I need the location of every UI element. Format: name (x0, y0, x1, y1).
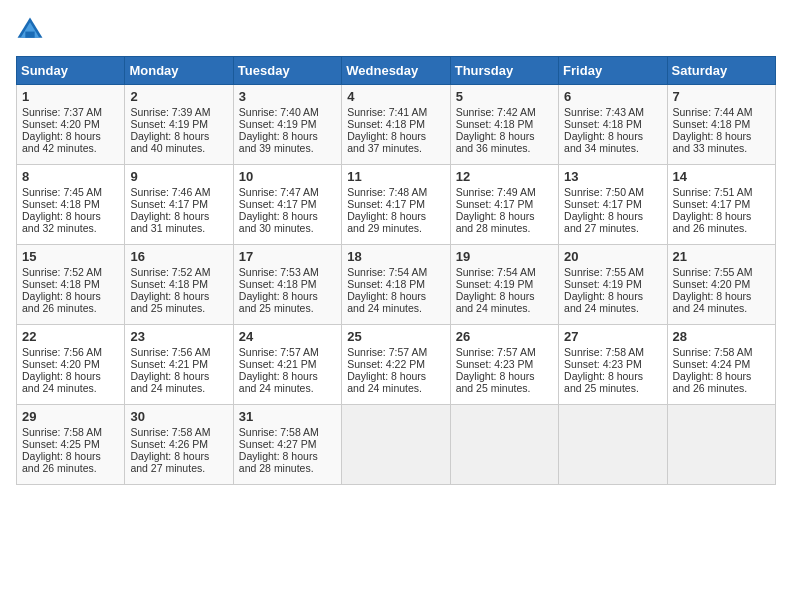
daylight: Daylight: 8 hours and 42 minutes. (22, 130, 101, 154)
calendar-cell (667, 405, 775, 485)
daylight: Daylight: 8 hours and 31 minutes. (130, 210, 209, 234)
daylight: Daylight: 8 hours and 37 minutes. (347, 130, 426, 154)
sunset: Sunset: 4:19 PM (239, 118, 317, 130)
sunset: Sunset: 4:20 PM (673, 278, 751, 290)
calendar-cell: 28Sunrise: 7:58 AMSunset: 4:24 PMDayligh… (667, 325, 775, 405)
sunrise: Sunrise: 7:57 AM (239, 346, 319, 358)
sunset: Sunset: 4:18 PM (22, 198, 100, 210)
sunrise: Sunrise: 7:58 AM (22, 426, 102, 438)
daylight: Daylight: 8 hours and 27 minutes. (564, 210, 643, 234)
sunset: Sunset: 4:23 PM (564, 358, 642, 370)
calendar-cell: 2Sunrise: 7:39 AMSunset: 4:19 PMDaylight… (125, 85, 233, 165)
weekday-header-monday: Monday (125, 57, 233, 85)
week-row-5: 29Sunrise: 7:58 AMSunset: 4:25 PMDayligh… (17, 405, 776, 485)
sunset: Sunset: 4:19 PM (456, 278, 534, 290)
calendar-cell: 7Sunrise: 7:44 AMSunset: 4:18 PMDaylight… (667, 85, 775, 165)
day-number: 31 (239, 409, 336, 424)
calendar-cell: 21Sunrise: 7:55 AMSunset: 4:20 PMDayligh… (667, 245, 775, 325)
daylight: Daylight: 8 hours and 24 minutes. (22, 370, 101, 394)
logo-icon (16, 16, 44, 44)
calendar-cell: 10Sunrise: 7:47 AMSunset: 4:17 PMDayligh… (233, 165, 341, 245)
sunrise: Sunrise: 7:55 AM (673, 266, 753, 278)
calendar-cell: 16Sunrise: 7:52 AMSunset: 4:18 PMDayligh… (125, 245, 233, 325)
calendar-cell: 31Sunrise: 7:58 AMSunset: 4:27 PMDayligh… (233, 405, 341, 485)
weekday-header-sunday: Sunday (17, 57, 125, 85)
day-number: 13 (564, 169, 661, 184)
sunrise: Sunrise: 7:56 AM (130, 346, 210, 358)
sunrise: Sunrise: 7:39 AM (130, 106, 210, 118)
calendar-cell: 1Sunrise: 7:37 AMSunset: 4:20 PMDaylight… (17, 85, 125, 165)
calendar-cell: 4Sunrise: 7:41 AMSunset: 4:18 PMDaylight… (342, 85, 450, 165)
day-number: 19 (456, 249, 553, 264)
sunset: Sunset: 4:27 PM (239, 438, 317, 450)
sunset: Sunset: 4:24 PM (673, 358, 751, 370)
daylight: Daylight: 8 hours and 40 minutes. (130, 130, 209, 154)
calendar-cell (342, 405, 450, 485)
sunrise: Sunrise: 7:52 AM (22, 266, 102, 278)
sunrise: Sunrise: 7:37 AM (22, 106, 102, 118)
sunset: Sunset: 4:18 PM (564, 118, 642, 130)
sunset: Sunset: 4:20 PM (22, 358, 100, 370)
day-number: 20 (564, 249, 661, 264)
day-number: 1 (22, 89, 119, 104)
calendar-cell: 27Sunrise: 7:58 AMSunset: 4:23 PMDayligh… (559, 325, 667, 405)
sunset: Sunset: 4:17 PM (456, 198, 534, 210)
daylight: Daylight: 8 hours and 26 minutes. (673, 370, 752, 394)
daylight: Daylight: 8 hours and 24 minutes. (130, 370, 209, 394)
daylight: Daylight: 8 hours and 25 minutes. (239, 290, 318, 314)
sunset: Sunset: 4:18 PM (239, 278, 317, 290)
sunset: Sunset: 4:17 PM (347, 198, 425, 210)
calendar-cell (559, 405, 667, 485)
day-number: 24 (239, 329, 336, 344)
calendar-cell: 11Sunrise: 7:48 AMSunset: 4:17 PMDayligh… (342, 165, 450, 245)
sunrise: Sunrise: 7:47 AM (239, 186, 319, 198)
daylight: Daylight: 8 hours and 29 minutes. (347, 210, 426, 234)
sunrise: Sunrise: 7:41 AM (347, 106, 427, 118)
sunrise: Sunrise: 7:53 AM (239, 266, 319, 278)
sunset: Sunset: 4:21 PM (239, 358, 317, 370)
day-number: 26 (456, 329, 553, 344)
daylight: Daylight: 8 hours and 27 minutes. (130, 450, 209, 474)
sunset: Sunset: 4:18 PM (456, 118, 534, 130)
day-number: 2 (130, 89, 227, 104)
day-number: 28 (673, 329, 770, 344)
daylight: Daylight: 8 hours and 33 minutes. (673, 130, 752, 154)
sunrise: Sunrise: 7:58 AM (564, 346, 644, 358)
calendar-cell: 17Sunrise: 7:53 AMSunset: 4:18 PMDayligh… (233, 245, 341, 325)
day-number: 27 (564, 329, 661, 344)
daylight: Daylight: 8 hours and 28 minutes. (456, 210, 535, 234)
day-number: 25 (347, 329, 444, 344)
sunset: Sunset: 4:17 PM (564, 198, 642, 210)
daylight: Daylight: 8 hours and 25 minutes. (130, 290, 209, 314)
calendar-cell: 6Sunrise: 7:43 AMSunset: 4:18 PMDaylight… (559, 85, 667, 165)
daylight: Daylight: 8 hours and 36 minutes. (456, 130, 535, 154)
day-number: 15 (22, 249, 119, 264)
calendar-cell: 20Sunrise: 7:55 AMSunset: 4:19 PMDayligh… (559, 245, 667, 325)
sunrise: Sunrise: 7:54 AM (347, 266, 427, 278)
sunrise: Sunrise: 7:44 AM (673, 106, 753, 118)
day-number: 10 (239, 169, 336, 184)
sunrise: Sunrise: 7:54 AM (456, 266, 536, 278)
calendar-cell: 12Sunrise: 7:49 AMSunset: 4:17 PMDayligh… (450, 165, 558, 245)
sunrise: Sunrise: 7:57 AM (347, 346, 427, 358)
day-number: 16 (130, 249, 227, 264)
sunset: Sunset: 4:18 PM (22, 278, 100, 290)
calendar-cell: 23Sunrise: 7:56 AMSunset: 4:21 PMDayligh… (125, 325, 233, 405)
sunset: Sunset: 4:21 PM (130, 358, 208, 370)
calendar-cell: 29Sunrise: 7:58 AMSunset: 4:25 PMDayligh… (17, 405, 125, 485)
sunset: Sunset: 4:17 PM (239, 198, 317, 210)
day-number: 9 (130, 169, 227, 184)
week-row-4: 22Sunrise: 7:56 AMSunset: 4:20 PMDayligh… (17, 325, 776, 405)
calendar-cell: 15Sunrise: 7:52 AMSunset: 4:18 PMDayligh… (17, 245, 125, 325)
calendar-cell: 13Sunrise: 7:50 AMSunset: 4:17 PMDayligh… (559, 165, 667, 245)
sunset: Sunset: 4:22 PM (347, 358, 425, 370)
day-number: 7 (673, 89, 770, 104)
daylight: Daylight: 8 hours and 30 minutes. (239, 210, 318, 234)
day-number: 21 (673, 249, 770, 264)
day-number: 30 (130, 409, 227, 424)
weekday-header-row: SundayMondayTuesdayWednesdayThursdayFrid… (17, 57, 776, 85)
day-number: 18 (347, 249, 444, 264)
daylight: Daylight: 8 hours and 24 minutes. (564, 290, 643, 314)
daylight: Daylight: 8 hours and 26 minutes. (673, 210, 752, 234)
sunrise: Sunrise: 7:52 AM (130, 266, 210, 278)
